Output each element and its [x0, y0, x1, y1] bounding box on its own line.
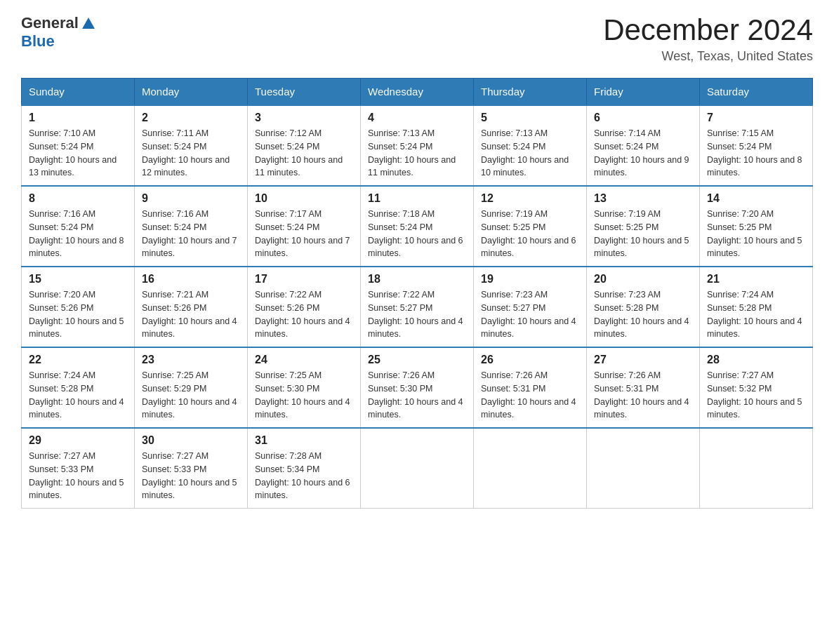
day-info: Sunrise: 7:14 AMSunset: 5:24 PMDaylight:… — [594, 127, 692, 180]
weekday-header-saturday: Saturday — [700, 79, 813, 106]
day-info: Sunrise: 7:28 AMSunset: 5:34 PMDaylight:… — [255, 450, 353, 502]
calendar-cell: 20 Sunrise: 7:23 AMSunset: 5:28 PMDaylig… — [587, 267, 700, 347]
day-info: Sunrise: 7:20 AMSunset: 5:25 PMDaylight:… — [707, 208, 805, 260]
day-number: 5 — [481, 112, 579, 124]
calendar-subtitle: West, Texas, United States — [603, 49, 813, 64]
day-info: Sunrise: 7:19 AMSunset: 5:25 PMDaylight:… — [481, 208, 579, 260]
calendar-cell: 13 Sunrise: 7:19 AMSunset: 5:25 PMDaylig… — [587, 186, 700, 267]
calendar-cell: 15 Sunrise: 7:20 AMSunset: 5:26 PMDaylig… — [22, 267, 135, 347]
calendar-cell: 21 Sunrise: 7:24 AMSunset: 5:28 PMDaylig… — [700, 267, 813, 347]
day-info: Sunrise: 7:23 AMSunset: 5:27 PMDaylight:… — [481, 288, 579, 341]
day-number: 10 — [255, 192, 353, 205]
day-info: Sunrise: 7:27 AMSunset: 5:33 PMDaylight:… — [29, 450, 127, 502]
week-row-5: 29 Sunrise: 7:27 AMSunset: 5:33 PMDaylig… — [22, 428, 813, 509]
day-info: Sunrise: 7:23 AMSunset: 5:28 PMDaylight:… — [594, 288, 692, 341]
day-info: Sunrise: 7:20 AMSunset: 5:26 PMDaylight:… — [29, 288, 127, 341]
calendar-cell: 11 Sunrise: 7:18 AMSunset: 5:24 PMDaylig… — [361, 186, 474, 267]
day-number: 26 — [481, 354, 579, 366]
day-info: Sunrise: 7:12 AMSunset: 5:24 PMDaylight:… — [255, 127, 353, 180]
day-number: 8 — [29, 192, 127, 205]
day-info: Sunrise: 7:27 AMSunset: 5:33 PMDaylight:… — [142, 450, 240, 502]
day-number: 27 — [594, 354, 692, 366]
calendar-cell: 23 Sunrise: 7:25 AMSunset: 5:29 PMDaylig… — [135, 347, 248, 428]
day-info: Sunrise: 7:17 AMSunset: 5:24 PMDaylight:… — [255, 208, 353, 260]
day-number: 21 — [707, 273, 805, 286]
logo-triangle-icon — [81, 16, 96, 32]
calendar-cell: 6 Sunrise: 7:14 AMSunset: 5:24 PMDayligh… — [587, 105, 700, 186]
day-info: Sunrise: 7:26 AMSunset: 5:31 PMDaylight:… — [481, 369, 579, 422]
day-info: Sunrise: 7:25 AMSunset: 5:30 PMDaylight:… — [255, 369, 353, 422]
calendar-cell: 12 Sunrise: 7:19 AMSunset: 5:25 PMDaylig… — [474, 186, 587, 267]
logo: General Blue — [21, 14, 96, 51]
day-number: 9 — [142, 192, 240, 205]
calendar-cell: 1 Sunrise: 7:10 AMSunset: 5:24 PMDayligh… — [22, 105, 135, 186]
day-info: Sunrise: 7:16 AMSunset: 5:24 PMDaylight:… — [29, 208, 127, 260]
weekday-header-wednesday: Wednesday — [361, 79, 474, 106]
calendar-cell: 17 Sunrise: 7:22 AMSunset: 5:26 PMDaylig… — [248, 267, 361, 347]
title-block: December 2024 West, Texas, United States — [603, 14, 813, 64]
week-row-3: 15 Sunrise: 7:20 AMSunset: 5:26 PMDaylig… — [22, 267, 813, 347]
weekday-header-thursday: Thursday — [474, 79, 587, 106]
day-number: 31 — [255, 434, 353, 447]
calendar-cell — [361, 428, 474, 509]
calendar-cell: 27 Sunrise: 7:26 AMSunset: 5:31 PMDaylig… — [587, 347, 700, 428]
weekday-header-row: SundayMondayTuesdayWednesdayThursdayFrid… — [22, 79, 813, 106]
day-info: Sunrise: 7:18 AMSunset: 5:24 PMDaylight:… — [368, 208, 466, 260]
day-number: 19 — [481, 273, 579, 286]
calendar-cell: 19 Sunrise: 7:23 AMSunset: 5:27 PMDaylig… — [474, 267, 587, 347]
calendar-cell: 24 Sunrise: 7:25 AMSunset: 5:30 PMDaylig… — [248, 347, 361, 428]
day-number: 2 — [142, 112, 240, 124]
calendar-cell — [474, 428, 587, 509]
day-info: Sunrise: 7:13 AMSunset: 5:24 PMDaylight:… — [368, 127, 466, 180]
calendar-cell: 9 Sunrise: 7:16 AMSunset: 5:24 PMDayligh… — [135, 186, 248, 267]
day-info: Sunrise: 7:24 AMSunset: 5:28 PMDaylight:… — [29, 369, 127, 422]
day-number: 29 — [29, 434, 127, 447]
calendar-cell: 28 Sunrise: 7:27 AMSunset: 5:32 PMDaylig… — [700, 347, 813, 428]
calendar-cell: 18 Sunrise: 7:22 AMSunset: 5:27 PMDaylig… — [361, 267, 474, 347]
day-number: 18 — [368, 273, 466, 286]
day-number: 12 — [481, 192, 579, 205]
day-number: 24 — [255, 354, 353, 366]
day-number: 3 — [255, 112, 353, 124]
day-number: 14 — [707, 192, 805, 205]
day-info: Sunrise: 7:13 AMSunset: 5:24 PMDaylight:… — [481, 127, 579, 180]
day-number: 23 — [142, 354, 240, 366]
day-number: 28 — [707, 354, 805, 366]
day-number: 20 — [594, 273, 692, 286]
calendar-cell: 2 Sunrise: 7:11 AMSunset: 5:24 PMDayligh… — [135, 105, 248, 186]
calendar-title: December 2024 — [603, 14, 813, 46]
logo-general-text: General — [21, 14, 79, 32]
day-number: 15 — [29, 273, 127, 286]
calendar-cell: 22 Sunrise: 7:24 AMSunset: 5:28 PMDaylig… — [22, 347, 135, 428]
calendar-cell: 5 Sunrise: 7:13 AMSunset: 5:24 PMDayligh… — [474, 105, 587, 186]
calendar-cell: 4 Sunrise: 7:13 AMSunset: 5:24 PMDayligh… — [361, 105, 474, 186]
calendar-cell: 16 Sunrise: 7:21 AMSunset: 5:26 PMDaylig… — [135, 267, 248, 347]
weekday-header-tuesday: Tuesday — [248, 79, 361, 106]
svg-marker-0 — [82, 18, 95, 29]
day-info: Sunrise: 7:22 AMSunset: 5:27 PMDaylight:… — [368, 288, 466, 341]
day-info: Sunrise: 7:16 AMSunset: 5:24 PMDaylight:… — [142, 208, 240, 260]
day-number: 11 — [368, 192, 466, 205]
day-number: 4 — [368, 112, 466, 124]
day-number: 16 — [142, 273, 240, 286]
calendar-cell: 10 Sunrise: 7:17 AMSunset: 5:24 PMDaylig… — [248, 186, 361, 267]
day-number: 1 — [29, 112, 127, 124]
calendar-table: SundayMondayTuesdayWednesdayThursdayFrid… — [21, 78, 813, 509]
day-number: 25 — [368, 354, 466, 366]
day-info: Sunrise: 7:19 AMSunset: 5:25 PMDaylight:… — [594, 208, 692, 260]
week-row-2: 8 Sunrise: 7:16 AMSunset: 5:24 PMDayligh… — [22, 186, 813, 267]
day-info: Sunrise: 7:22 AMSunset: 5:26 PMDaylight:… — [255, 288, 353, 341]
calendar-cell: 8 Sunrise: 7:16 AMSunset: 5:24 PMDayligh… — [22, 186, 135, 267]
day-number: 17 — [255, 273, 353, 286]
calendar-cell: 29 Sunrise: 7:27 AMSunset: 5:33 PMDaylig… — [22, 428, 135, 509]
calendar-cell — [587, 428, 700, 509]
weekday-header-sunday: Sunday — [22, 79, 135, 106]
day-number: 7 — [707, 112, 805, 124]
calendar-cell: 7 Sunrise: 7:15 AMSunset: 5:24 PMDayligh… — [700, 105, 813, 186]
day-number: 6 — [594, 112, 692, 124]
day-number: 30 — [142, 434, 240, 447]
day-info: Sunrise: 7:15 AMSunset: 5:24 PMDaylight:… — [707, 127, 805, 180]
page-header: General Blue December 2024 West, Texas, … — [21, 14, 813, 64]
calendar-cell: 31 Sunrise: 7:28 AMSunset: 5:34 PMDaylig… — [248, 428, 361, 509]
day-info: Sunrise: 7:25 AMSunset: 5:29 PMDaylight:… — [142, 369, 240, 422]
